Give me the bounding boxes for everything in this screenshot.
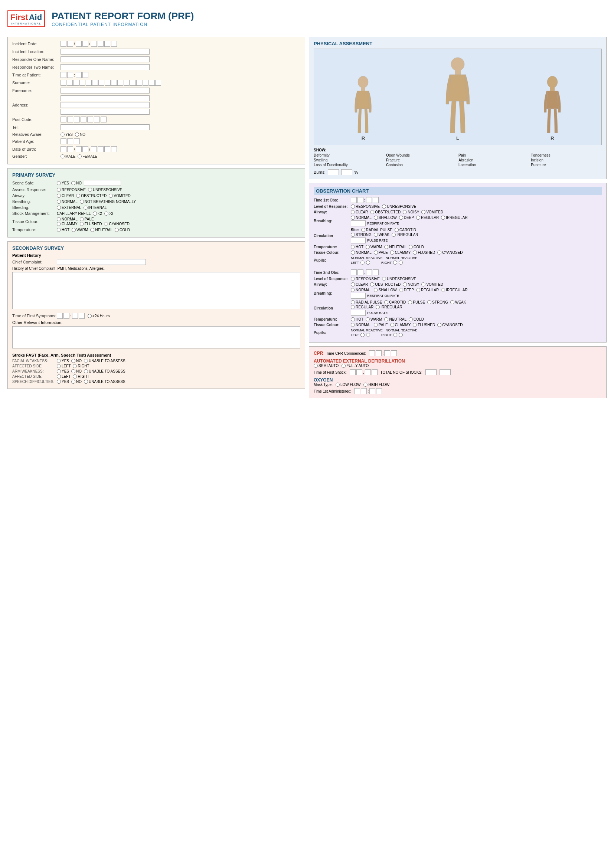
incident-location-input[interactable] [60, 49, 150, 54]
responder-two-input[interactable] [60, 64, 150, 70]
scene-safe-notes[interactable] [84, 180, 121, 186]
bleeding-internal[interactable]: INTERNAL [84, 206, 107, 210]
tissue-cyanosed[interactable]: CYANOSED [104, 222, 129, 226]
tissue-clammy[interactable]: CLAMMY [57, 222, 78, 226]
obs2-tissue-flushed[interactable]: FLUSHED [413, 323, 435, 327]
obs-airway-vomited[interactable]: VOMITED [421, 210, 443, 214]
total-shocks-input[interactable] [425, 369, 437, 375]
relatives-yes[interactable]: YES [60, 132, 73, 136]
circ2-carotid[interactable]: CAROTID [384, 300, 406, 304]
circ-carotid[interactable]: CAROTID [395, 228, 416, 232]
relatives-no[interactable]: NO [75, 132, 85, 136]
tissue-normal[interactable]: NORMAL [57, 217, 78, 221]
obs2-br-shallow[interactable]: SHALLOW [374, 288, 397, 292]
affected2-left[interactable]: LEFT [57, 374, 71, 378]
obs2-br-deep[interactable]: DEEP [399, 288, 414, 292]
obs-tissue-cyanosed[interactable]: CYANOSED [437, 251, 462, 254]
aed-semi-auto[interactable]: SEMI AUTO [314, 364, 338, 368]
circ-radial[interactable]: RADIAL PULSE [361, 228, 392, 232]
arm-unable[interactable]: UNABLE TO ASSESS [84, 369, 126, 374]
obs2-br-regular[interactable]: REGULAR [416, 288, 439, 292]
circ2-regular[interactable]: REGULAR [351, 305, 374, 309]
circ-irregular[interactable]: IRREGULAR [392, 232, 418, 237]
obs-br-normal[interactable]: NORMAL [351, 215, 372, 220]
address-line3[interactable] [60, 109, 150, 115]
date-y1[interactable] [91, 41, 97, 47]
scene-safe-yes[interactable]: YES [57, 181, 69, 185]
temp-cold[interactable]: COLD [115, 228, 130, 232]
pupils2-right-normal[interactable] [393, 333, 397, 337]
date-d2[interactable] [67, 41, 73, 47]
airway-clear[interactable]: CLEAR [57, 194, 74, 198]
obs-tissue-clammy[interactable]: CLAMMY [390, 251, 411, 254]
history-textarea[interactable] [12, 272, 300, 309]
date-y2[interactable] [98, 41, 104, 47]
obs2-airway-noisy[interactable]: NOISY [403, 282, 419, 287]
facial-yes[interactable]: YES [57, 359, 69, 363]
pupils-left-normal[interactable] [360, 260, 364, 265]
address-line2[interactable] [60, 102, 150, 108]
surname-input[interactable] [60, 80, 161, 86]
obs2-tissue-clammy[interactable]: CLAMMY [390, 323, 411, 327]
tissue-flushed[interactable]: FLUSHED [80, 222, 102, 226]
circ2-strong[interactable]: STRONG [427, 300, 448, 304]
date-m1[interactable] [76, 41, 82, 47]
resp-rate2-input[interactable] [351, 293, 366, 299]
pupils-left-reactive[interactable] [366, 260, 370, 265]
circ2-irregular[interactable]: IRREGULAR [376, 305, 402, 309]
obs2-br-normal[interactable]: NORMAL [351, 288, 372, 292]
speech-no[interactable]: NO [71, 380, 82, 384]
obs2-temp-warm[interactable]: WARM [366, 317, 382, 321]
breathing-not-normal[interactable]: NOT BREATHING NORMALLY [80, 200, 136, 204]
obs-temp-warm[interactable]: WARM [366, 245, 382, 249]
tel-input[interactable] [60, 124, 150, 130]
obs-br-irregular[interactable]: IRREGULAR [441, 215, 467, 220]
pulse-rate-input[interactable] [351, 237, 366, 243]
mask-low-flow[interactable]: LOW FLOW [336, 383, 360, 387]
airway-obstructed[interactable]: OBSTRUCTED [76, 194, 107, 198]
date-y4[interactable] [111, 41, 117, 47]
obs2-airway-vomited[interactable]: VOMITED [421, 282, 443, 287]
obs2-temp-neutral[interactable]: NEUTRAL [384, 317, 406, 321]
pupils-right-reactive[interactable] [399, 260, 403, 265]
bleeding-external[interactable]: EXTERNAL [57, 206, 81, 210]
scene-safe-no[interactable]: NO [71, 181, 82, 185]
obs-temp-cold[interactable]: COLD [409, 245, 424, 249]
chief-complaint-input[interactable] [57, 259, 146, 265]
obs-airway-clear[interactable]: CLEAR [351, 210, 368, 214]
responder-one-input[interactable] [60, 56, 150, 62]
pupils2-left-reactive[interactable] [366, 333, 370, 337]
affected2-right[interactable]: RIGHT [73, 374, 89, 378]
pupils2-right-reactive[interactable] [399, 333, 403, 337]
obs2-tissue-pale[interactable]: PALE [374, 323, 388, 327]
circ2-pulse[interactable]: PULSE [408, 300, 425, 304]
ar-responsive[interactable]: RESPONSIVE [57, 188, 86, 192]
total-shocks-input2[interactable] [440, 369, 451, 375]
burns-input2[interactable] [341, 169, 352, 175]
facial-unable[interactable]: UNABLE TO ASSESS [84, 359, 126, 363]
obs2-tissue-cyanosed[interactable]: CYANOSED [437, 323, 462, 327]
arm-no[interactable]: NO [71, 369, 82, 374]
obs-airway-noisy[interactable]: NOISY [403, 210, 419, 214]
speech-unable[interactable]: UNABLE TO ASSESS [84, 380, 126, 384]
temp-hot[interactable]: HOT [57, 228, 70, 232]
pulse-rate2-input[interactable] [351, 310, 366, 316]
obs-responsive[interactable]: RESPONSIVE [351, 205, 380, 209]
obs-tissue-normal[interactable]: NORMAL [351, 251, 372, 254]
obs-airway-obstructed[interactable]: OBSTRUCTED [370, 210, 400, 214]
circ-strong[interactable]: STRONG [351, 232, 372, 237]
date-d1[interactable] [60, 41, 67, 47]
aed-fully-auto[interactable]: FULLY AUTO [341, 364, 369, 368]
breathing-normal[interactable]: NORMAL [57, 200, 78, 204]
obs-br-shallow[interactable]: SHALLOW [374, 215, 397, 220]
circ2-radial[interactable]: RADIAL PULSE [351, 300, 382, 304]
airway-vomited[interactable]: VOMITED [109, 194, 131, 198]
obs-temp-hot[interactable]: HOT [351, 245, 363, 249]
obs2-airway-clear[interactable]: CLEAR [351, 282, 368, 287]
mask-high-flow[interactable]: HIGH FLOW [363, 383, 389, 387]
circ2-weak[interactable]: WEAK [450, 300, 466, 304]
obs-unresponsive[interactable]: UNRESPONSIVE [382, 205, 416, 209]
more24-option[interactable]: >24 Hours [88, 314, 110, 318]
temp-warm[interactable]: WARM [71, 228, 88, 232]
affected1-left[interactable]: LEFT [57, 364, 71, 368]
